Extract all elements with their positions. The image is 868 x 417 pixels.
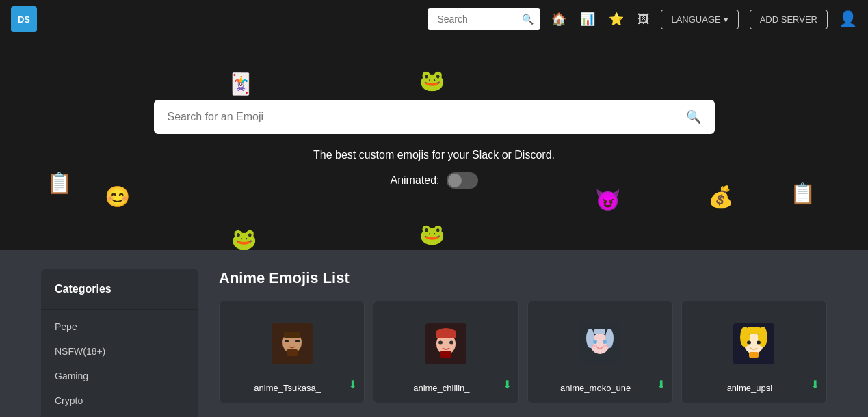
emoji-card-tsukasa: anime_Tsukasa_ ⬇ — [219, 301, 365, 403]
svg-rect-16 — [594, 329, 605, 334]
floating-emoji-1: 🃏 — [226, 69, 254, 98]
svg-rect-28 — [749, 352, 759, 358]
sidebar-title: Categories — [41, 283, 198, 305]
emoji-card-footer-moko: anime_moko_une ⬇ — [535, 376, 666, 393]
svg-rect-5 — [287, 349, 298, 356]
stats-icon[interactable]: 📊 — [580, 12, 595, 27]
emoji-list-section: Anime Emojis List anime_Tsuka — [219, 269, 827, 417]
emoji-grid: anime_Tsukasa_ ⬇ — [219, 301, 827, 403]
emoji-card-moko: anime_moko_une ⬇ — [527, 301, 673, 403]
sidebar-item-nsfw[interactable]: NSFW(18+) — [41, 339, 198, 364]
emoji-card-footer-tsukasa: anime_Tsukasa_ ⬇ — [226, 376, 357, 393]
site-logo[interactable]: DS — [11, 6, 37, 32]
main-content: Categories Pepe NSFW(18+) Gaming Crypto … — [0, 250, 868, 417]
floating-emoji-8: 🐸 — [229, 224, 258, 250]
svg-rect-2 — [284, 332, 300, 338]
navbar-search-icon: 🔍 — [522, 14, 534, 25]
emoji-img-moko — [576, 315, 624, 372]
emoji-name-moko: anime_moko_une — [535, 383, 657, 393]
svg-point-20 — [603, 345, 608, 347]
emoji-name-upsi: anime_upsi — [689, 383, 811, 393]
floating-emoji-9: 🐸 — [417, 219, 446, 248]
floating-emoji-6: 💰 — [706, 182, 735, 211]
sidebar-item-crypto[interactable]: Crypto — [41, 388, 198, 413]
svg-rect-11 — [440, 351, 451, 358]
animated-toggle[interactable] — [447, 172, 478, 189]
download-moko[interactable]: ⬇ — [657, 378, 666, 391]
animated-label: Animated: — [390, 174, 439, 187]
sidebar-item-pepe[interactable]: Pepe — [41, 314, 198, 339]
svg-point-19 — [592, 345, 597, 347]
download-chillin[interactable]: ⬇ — [503, 378, 512, 391]
sidebar: Categories Pepe NSFW(18+) Gaming Crypto — [41, 269, 198, 417]
emoji-img-tsukasa — [268, 315, 316, 372]
emoji-card-upsi: anime_upsi ⬇ — [681, 301, 827, 403]
svg-point-27 — [757, 340, 761, 344]
language-button[interactable]: LANGUAGE ▾ — [661, 10, 738, 29]
emoji-img-chillin — [422, 315, 470, 372]
toggle-thumb — [448, 174, 462, 187]
hero-search-input[interactable] — [168, 111, 686, 123]
floating-emoji-3: 📋 — [44, 168, 73, 197]
svg-point-9 — [438, 340, 443, 344]
floating-emoji-4: 😊 — [103, 182, 131, 211]
home-icon[interactable]: 🏠 — [551, 12, 566, 27]
emoji-img-upsi — [730, 315, 778, 372]
hero-section: 🃏 🐸 📋 😊 😈 💰 📋 🐸 🐸 🔍 The best custom emoj… — [0, 38, 868, 250]
svg-point-3 — [285, 340, 289, 342]
emoji-name-chillin: anime_chillin_ — [380, 383, 502, 393]
svg-point-26 — [747, 340, 751, 344]
hero-search-icon: 🔍 — [686, 109, 701, 124]
svg-rect-25 — [747, 327, 761, 334]
sidebar-divider — [41, 309, 198, 310]
svg-rect-8 — [436, 330, 456, 338]
download-tsukasa[interactable]: ⬇ — [348, 378, 357, 391]
floating-emoji-7: 📋 — [788, 178, 817, 207]
hero-search-bar: 🔍 — [154, 100, 715, 134]
svg-point-18 — [603, 340, 607, 344]
sidebar-item-gaming[interactable]: Gaming — [41, 364, 198, 388]
floating-emoji-5: 😈 — [593, 185, 622, 214]
navbar-icons: 🏠 📊 ⭐ 🖼 — [551, 12, 650, 27]
emoji-name-tsukasa: anime_Tsukasa_ — [226, 383, 348, 393]
navbar: DS 🔍 🏠 📊 ⭐ 🖼 LANGUAGE ▾ ADD SERVER 👤 — [0, 0, 868, 38]
svg-point-10 — [449, 340, 453, 344]
user-icon[interactable]: 👤 — [839, 10, 857, 28]
emoji-card-footer-chillin: anime_chillin_ ⬇ — [380, 376, 511, 393]
star-icon[interactable]: ⭐ — [609, 12, 624, 27]
svg-point-17 — [593, 340, 597, 344]
add-server-button[interactable]: ADD SERVER — [750, 10, 828, 29]
download-upsi[interactable]: ⬇ — [811, 378, 819, 391]
floating-emoji-2: 🐸 — [417, 66, 446, 94]
emoji-card-footer-upsi: anime_upsi ⬇ — [689, 376, 819, 393]
animated-toggle-row: Animated: — [390, 172, 477, 189]
chevron-down-icon: ▾ — [724, 14, 728, 25]
svg-point-4 — [295, 340, 300, 342]
emoji-list-title: Anime Emojis List — [219, 269, 827, 287]
hero-tagline: The best custom emojis for your Slack or… — [313, 149, 555, 161]
emoji-card-chillin: anime_chillin_ ⬇ — [373, 301, 518, 403]
image-icon[interactable]: 🖼 — [637, 12, 650, 27]
navbar-search-container: 🔍 — [428, 8, 540, 30]
